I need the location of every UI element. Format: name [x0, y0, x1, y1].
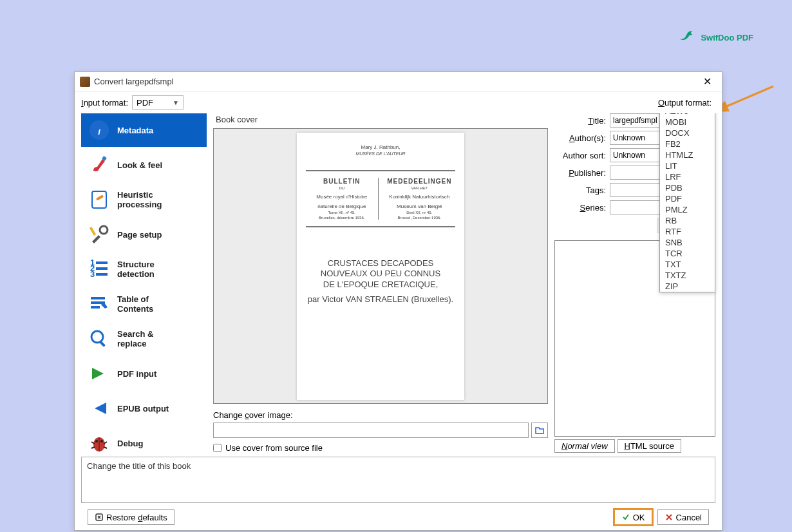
svg-rect-13: [96, 273, 108, 276]
watermark-logo: SwifDoo PDF: [677, 28, 753, 46]
dialog-window: Convert largepdfsmpl ✕ Input format: PDF…: [74, 71, 722, 531]
sidebar-item-label: Structure detection: [117, 260, 155, 279]
sidebar-item-epub-output[interactable]: EPUB output: [81, 392, 207, 425]
sidebar-item-label: Table of Contents: [117, 294, 153, 314]
sidebar-item-page-setup[interactable]: Page setup: [81, 218, 207, 251]
dropdown-option[interactable]: ZIP: [660, 281, 715, 292]
browse-button[interactable]: [531, 423, 548, 438]
dropdown-option[interactable]: MOBI: [660, 117, 715, 128]
dropdown-option[interactable]: DOCX: [660, 128, 715, 138]
sidebar-item-debug[interactable]: Debug: [81, 426, 207, 453]
svg-point-20: [95, 440, 98, 442]
svg-rect-5: [96, 195, 104, 200]
sidebar-item-label: Debug: [117, 439, 143, 448]
input-format-combo[interactable]: PDF ▼: [132, 95, 184, 109]
tab-normal-view[interactable]: Normal view: [554, 439, 615, 453]
dropdown-option[interactable]: LIT: [660, 160, 715, 171]
chevron-down-icon: ▼: [173, 99, 179, 106]
bird-icon: [677, 28, 695, 46]
dropdown-option[interactable]: PDF: [660, 193, 715, 204]
dropdown-option[interactable]: RB: [660, 215, 715, 226]
hint-text: Change the title of this book: [81, 457, 715, 503]
metadata-panel: Title: Author(s): Author sort: Publisher…: [554, 113, 715, 453]
dropdown-option[interactable]: TCR: [660, 248, 715, 259]
sidebar: i Metadata Look & feel Heuristic process…: [81, 113, 207, 453]
input-format-value: PDF: [137, 98, 169, 108]
authorsort-label: Author sort:: [554, 151, 606, 160]
use-cover-checkbox[interactable]: [213, 444, 222, 452]
center-panel: Book cover Mary J. Rathbun, MUSÉES DE L'…: [213, 113, 548, 453]
folder-open-icon: [534, 425, 545, 435]
dropdown-option[interactable]: HTMLZ: [660, 149, 715, 160]
svg-rect-16: [91, 306, 100, 309]
svg-text:3: 3: [90, 269, 95, 279]
svg-rect-4: [92, 191, 106, 208]
change-cover-label: Change cover image:: [213, 410, 548, 420]
sidebar-item-label: Look & feel: [117, 160, 162, 170]
arrow-right-icon: [88, 362, 111, 385]
publisher-label: Publisher:: [554, 168, 606, 178]
svg-point-6: [100, 226, 108, 234]
svg-rect-18: [99, 341, 106, 347]
svg-rect-7: [90, 227, 96, 236]
wand-icon: [88, 188, 111, 211]
window-title: Convert largepdfsmpl: [94, 77, 698, 86]
sidebar-item-label: Metadata: [117, 126, 153, 135]
authors-label: Author(s):: [554, 133, 606, 143]
svg-rect-11: [96, 261, 108, 264]
sidebar-item-pdf-input[interactable]: PDF input: [81, 357, 207, 390]
dropdown-option[interactable]: SNB: [660, 237, 715, 248]
tab-html-source[interactable]: HTML source: [618, 439, 682, 453]
sidebar-item-look-feel[interactable]: Look & feel: [81, 148, 207, 182]
annotation-arrow: [719, 83, 777, 122]
cover-preview: Mary J. Rathbun, MUSÉES DE L'AUTEUR BULL…: [213, 128, 548, 404]
dropdown-option[interactable]: LRF: [660, 171, 715, 182]
sidebar-item-structure[interactable]: 123 Structure detection: [81, 252, 207, 286]
sidebar-item-label: Page setup: [117, 230, 162, 240]
svg-line-0: [724, 86, 773, 108]
sidebar-item-label: Heuristic processing: [117, 190, 162, 209]
dropdown-option[interactable]: PDB: [660, 182, 715, 193]
svg-point-17: [91, 331, 103, 343]
sidebar-item-metadata[interactable]: i Metadata: [81, 113, 207, 147]
dropdown-option[interactable]: TXT: [660, 259, 715, 270]
toc-icon: [88, 292, 111, 316]
cancel-button[interactable]: Cancel: [657, 509, 709, 525]
sidebar-item-toc[interactable]: Table of Contents: [81, 287, 207, 321]
book-cover-label: Book cover: [216, 115, 548, 124]
restore-defaults-button[interactable]: Restore defaults: [88, 509, 174, 525]
sidebar-item-heuristic[interactable]: Heuristic processing: [81, 183, 207, 216]
dropdown-option[interactable]: RTF: [660, 226, 715, 237]
list-123-icon: 123: [88, 258, 111, 281]
check-icon: [621, 513, 630, 522]
input-format-label: Input format:: [81, 98, 128, 108]
series-label: Series:: [554, 203, 606, 213]
output-format-label: Output format:: [658, 98, 712, 108]
svg-rect-12: [96, 267, 108, 270]
ok-button[interactable]: OK: [614, 509, 652, 525]
cover-path-input[interactable]: [213, 423, 529, 438]
sidebar-item-label: PDF input: [117, 369, 156, 379]
svg-text:i: i: [98, 127, 100, 137]
svg-rect-14: [91, 297, 105, 299]
close-button[interactable]: ✕: [698, 74, 717, 89]
dropdown-option[interactable]: TXTZ: [660, 270, 715, 281]
dropdown-option[interactable]: FB2: [660, 138, 715, 149]
output-format-dropdown[interactable]: EPUB AZW3 MOBI DOCX FB2 HTMLZ LIT LRF PD…: [659, 113, 715, 292]
use-cover-label: Use cover from source file: [225, 443, 323, 453]
dropdown-option[interactable]: PMLZ: [660, 204, 715, 215]
app-icon: [80, 77, 90, 87]
title-label: Title:: [554, 116, 606, 126]
svg-line-26: [104, 447, 107, 448]
cover-page: Mary J. Rathbun, MUSÉES DE L'AUTEUR BULL…: [297, 133, 464, 400]
info-icon: i: [88, 119, 111, 142]
search-icon: [88, 327, 111, 350]
tags-label: Tags:: [554, 185, 606, 195]
bug-icon: [88, 432, 111, 453]
sidebar-item-search-replace[interactable]: Search & replace: [81, 322, 207, 356]
sidebar-item-label: EPUB output: [117, 404, 169, 413]
tools-icon: [88, 223, 111, 246]
x-icon: [665, 513, 674, 522]
titlebar: Convert largepdfsmpl ✕: [75, 72, 722, 91]
svg-point-21: [100, 440, 103, 442]
